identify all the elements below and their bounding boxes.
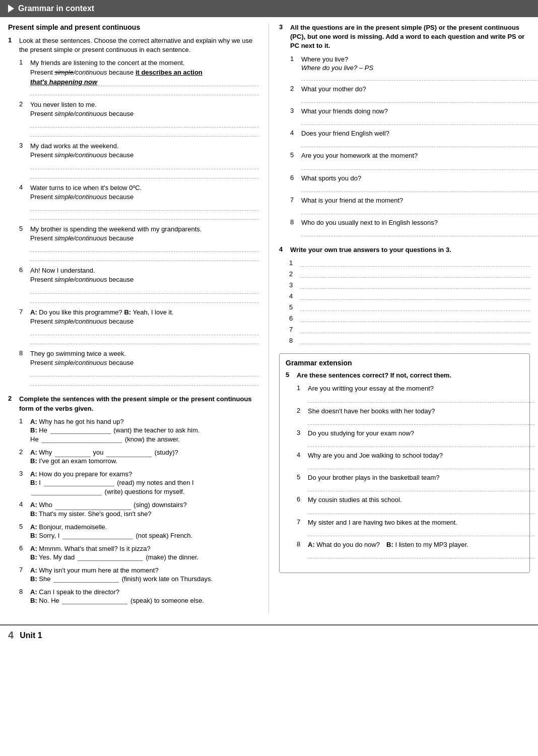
ex5-item-2: 2 She doesn't have her books with her to… — [297, 407, 523, 425]
ex4-item-2: 2 — [289, 270, 530, 278]
section-title: Present simple and present continuous — [8, 23, 258, 31]
ex5-intro-text: Are these sentences correct? If not, cor… — [297, 371, 451, 380]
ex1-item-1: 1 My friends are listening to the concer… — [19, 58, 258, 95]
left-column: Present simple and present continuous 1 … — [8, 23, 269, 613]
ex4-item-5: 5 — [289, 303, 530, 311]
grammar-extension-box: Grammar extension 5 Are these sentences … — [279, 353, 530, 573]
ex3-item-8: 8 Who do you usually next to in English … — [290, 218, 530, 236]
ex4-item-3: 3 — [289, 281, 530, 289]
ex1-num: 1 — [8, 36, 15, 54]
header-title: Grammar in context — [18, 4, 94, 13]
ex5-num: 5 — [286, 371, 293, 380]
exercise-5-intro: 5 Are these sentences correct? If not, c… — [286, 371, 523, 380]
page-number: 4 — [8, 629, 14, 641]
ex4-item-4: 4 — [289, 292, 530, 300]
ex3-item-5: 5 Are you your homework at the moment? — [290, 151, 530, 169]
ex3-item-2: 2 What your mother do? — [290, 85, 530, 103]
ex4-items: 1 2 3 4 5 — [289, 259, 530, 344]
ex3-intro-text: All the questions are in the present sim… — [290, 23, 530, 51]
ex2-item-2: 2 A: Why you (study)? B: I've got an exa… — [19, 448, 258, 465]
main-content: Present simple and present continuous 1 … — [0, 17, 538, 619]
ex2-item-8: 8 A: Can I speak to the director? B: No.… — [19, 588, 258, 604]
grammar-extension-title: Grammar extension — [286, 359, 523, 367]
ex5-item-5: 5 Do your brother plays in the basketbal… — [297, 473, 523, 491]
ex5-items: 1 Are you writting your essay at the mom… — [297, 384, 523, 558]
ex5-item-1: 1 Are you writting your essay at the mom… — [297, 384, 523, 402]
page-header: Grammar in context — [0, 0, 538, 17]
ex1-item1-line2 — [30, 87, 258, 95]
exercise-3-intro: 3 All the questions are in the present s… — [279, 23, 530, 51]
ex1-items: 1 My friends are listening to the concer… — [19, 58, 258, 386]
ex2-item-5: 5 A: Bonjour, mademoiselle. B: Sorry, I … — [19, 523, 258, 539]
ex4-item-8: 8 — [289, 336, 530, 344]
ex3-item-4: 4 Does your friend English well? — [290, 129, 530, 147]
ex4-intro-text: Write your own true answers to your ques… — [290, 245, 451, 255]
ex2-item-6: 6 A: Mmmm. What's that smell? Is it pizz… — [19, 544, 258, 561]
ex3-item-3: 3 What your friends doing now? — [290, 107, 530, 125]
exercise-3: 3 All the questions are in the present s… — [279, 23, 530, 236]
ex1-item-5: 5 My brother is spending the weekend wit… — [19, 225, 258, 261]
ex4-item-1: 1 — [289, 259, 530, 267]
ex2-num: 2 — [8, 395, 15, 413]
ex5-item-7: 7 My sister and I are having two bikes a… — [297, 518, 523, 536]
unit-label: Unit 1 — [20, 631, 42, 640]
ex1-item-8: 8 They go swimming twice a week. Present… — [19, 349, 258, 386]
ex5-item-6: 6 My cousin studies at this school. — [297, 495, 523, 514]
ex5-item-3: 3 Do you studying for your exam now? — [297, 429, 523, 447]
ex2-intro-text: Complete the sentences with the present … — [19, 395, 258, 413]
ex2-item-7: 7 A: Why isn't your mum here at the mome… — [19, 566, 258, 583]
page-footer: 4 Unit 1 — [0, 624, 538, 645]
ex4-item-7: 7 — [289, 325, 530, 333]
ex3-num: 3 — [279, 23, 286, 51]
ex2-items: 1 A: Why has he got his hand up? B: He (… — [19, 417, 258, 605]
exercise-1-intro: 1 Look at these sentences. Choose the co… — [8, 36, 258, 54]
exercise-5: 5 Are these sentences correct? If not, c… — [286, 371, 523, 558]
ex1-item-2: 2 You never listen to me. Present simple… — [19, 100, 258, 137]
exercise-2-intro: 2 Complete the sentences with the presen… — [8, 395, 258, 413]
ex4-item-6: 6 — [289, 314, 530, 322]
ex2-item-3: 3 A: How do you prepare for exams? B: I … — [19, 470, 258, 495]
ex3-item-1: 1 Where you live? Where do you live? – P… — [290, 55, 530, 81]
ex1-item-7: 7 A: Do you like this programme? B: Yeah… — [19, 308, 258, 344]
exercise-2: 2 Complete the sentences with the presen… — [8, 395, 258, 604]
ex1-item-4: 4 Water turns to ice when it's below 0ºC… — [19, 183, 258, 220]
ex2-item-4: 4 A: Who (sing) downstairs? B: That's my… — [19, 500, 258, 517]
exercise-1: 1 Look at these sentences. Choose the co… — [8, 36, 258, 386]
ex1-item-3: 3 My dad works at the weekend. Present s… — [19, 142, 258, 178]
exercise-4-intro: 4 Write your own true answers to your qu… — [279, 245, 530, 255]
right-column: 3 All the questions are in the present s… — [269, 23, 530, 613]
ex3-item-6: 6 What sports you do? — [290, 174, 530, 192]
ex1-item1-line1: that's happening now — [30, 78, 258, 86]
ex2-item-1: 1 A: Why has he got his hand up? B: He (… — [19, 417, 258, 443]
ex5-item-4: 4 Why are you and Joe walking to school … — [297, 451, 523, 469]
ex5-item-8: 8 A: What do you do now? B: I listen to … — [297, 540, 523, 558]
ex4-num: 4 — [279, 245, 286, 255]
triangle-icon — [8, 5, 14, 13]
ex3-item-7: 7 What is your friend at the moment? — [290, 196, 530, 214]
ex1-intro-text: Look at these sentences. Choose the corr… — [19, 36, 258, 54]
ex3-items: 1 Where you live? Where do you live? – P… — [290, 55, 530, 237]
exercise-4: 4 Write your own true answers to your qu… — [279, 245, 530, 344]
ex1-item-6: 6 Ah! Now I understand. Present simple/c… — [19, 266, 258, 302]
